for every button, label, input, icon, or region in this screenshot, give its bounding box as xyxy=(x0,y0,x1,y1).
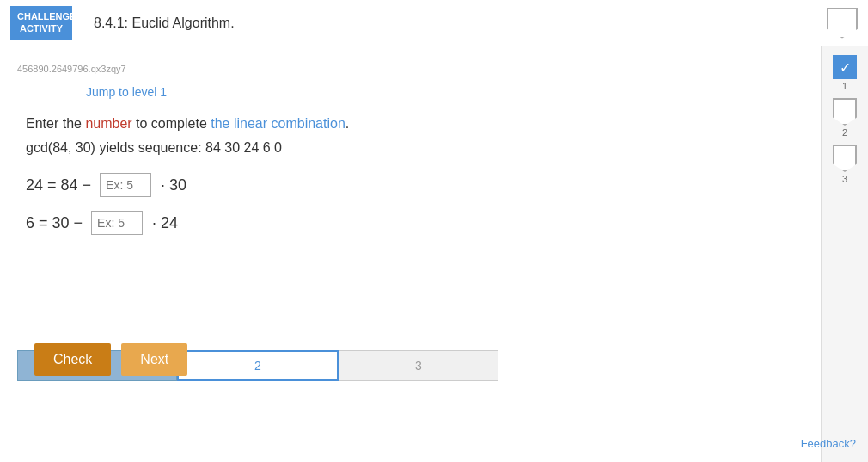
header-divider xyxy=(83,6,83,40)
session-id: 456890.2649796.qx3zqy7 xyxy=(17,64,795,74)
instruction-part2: to complete xyxy=(132,116,211,131)
content-area: 456890.2649796.qx3zqy7 Jump to level 1 E… xyxy=(0,46,821,462)
step-2[interactable]: 2 xyxy=(177,350,339,381)
check-button[interactable]: Check xyxy=(34,343,111,376)
eq2-left: 6 = 30 − xyxy=(26,214,83,232)
jump-to-level-link[interactable]: Jump to level 1 xyxy=(86,85,167,99)
level-item-2: 2 xyxy=(833,98,857,138)
instruction-part1: Enter the xyxy=(26,116,85,131)
gcd-text: gcd(84, 30) yields sequence: 84 30 24 6 … xyxy=(26,140,795,156)
instruction-text: Enter the number to complete the linear … xyxy=(26,116,795,132)
level-1-number: 1 xyxy=(842,81,847,91)
level-2-number: 2 xyxy=(842,127,847,138)
header-title: 8.4.1: Euclid Algorithm. xyxy=(94,15,827,31)
level-item-3: 3 xyxy=(833,145,857,184)
equation-line-2: 6 = 30 − · 24 xyxy=(26,211,795,235)
instruction-highlight-linear: linear combination xyxy=(234,116,345,131)
equation-block: 24 = 84 − · 30 6 = 30 − · 24 xyxy=(26,173,795,235)
instruction-highlight-number: number xyxy=(85,116,131,131)
eq2-input[interactable] xyxy=(91,211,143,235)
header: CHALLENGE ACTIVITY 8.4.1: Euclid Algorit… xyxy=(0,0,868,46)
next-button[interactable]: Next xyxy=(121,343,187,376)
main-content: 456890.2649796.qx3zqy7 Jump to level 1 E… xyxy=(0,46,868,462)
feedback-link[interactable]: Feedback? xyxy=(801,437,856,450)
right-sidebar: ✓ 1 2 3 Feedback? xyxy=(821,46,868,462)
level-item-1: ✓ 1 xyxy=(833,55,857,91)
step-3[interactable]: 3 xyxy=(339,350,498,381)
level-3-number: 3 xyxy=(842,174,847,184)
instruction-highlight-the: the xyxy=(211,116,229,131)
eq1-left: 24 = 84 − xyxy=(26,176,91,194)
button-row: Check Next xyxy=(34,343,187,376)
equation-line-1: 24 = 84 − · 30 xyxy=(26,173,795,197)
instruction-period: . xyxy=(345,116,349,131)
eq1-input[interactable] xyxy=(100,173,151,197)
level-1-check-icon[interactable]: ✓ xyxy=(833,55,857,79)
progress-section: 1 2 3 Check Next xyxy=(17,350,804,393)
level-3-shield-icon[interactable] xyxy=(833,145,857,172)
eq2-right: · 24 xyxy=(148,214,178,232)
shield-icon xyxy=(827,8,858,39)
eq1-right: · 30 xyxy=(156,176,186,194)
level-2-shield-icon[interactable] xyxy=(833,98,857,126)
challenge-activity-label: CHALLENGE ACTIVITY xyxy=(10,6,72,39)
